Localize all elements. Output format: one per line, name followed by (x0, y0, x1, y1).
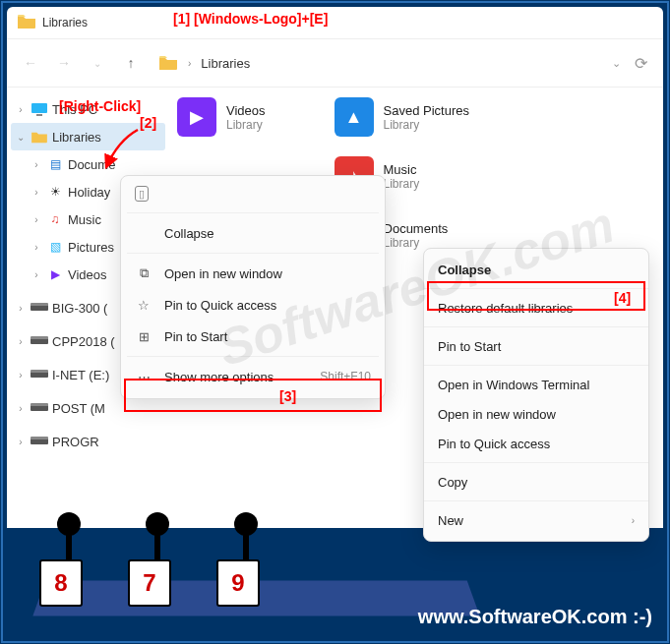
navbar: ← → ⌄ ↑ › Libraries ⌄ ⟳ (7, 39, 663, 87)
tree-icon (30, 399, 48, 417)
library-name: Music (384, 162, 420, 177)
tree-item-libraries[interactable]: ⌄Libraries (11, 123, 165, 150)
tree-label: PROGR (52, 435, 99, 449)
copy-icon[interactable]: ▯ (135, 186, 149, 202)
chevron-icon: › (15, 104, 27, 115)
ctx2-new[interactable]: New› (424, 505, 648, 535)
ctx2-pin-start[interactable]: Pin to Start (424, 331, 648, 361)
chevron-icon: › (15, 403, 27, 414)
svg-rect-0 (31, 103, 47, 113)
svg-rect-11 (30, 437, 48, 439)
tree-item-this-pc[interactable]: ›This PC (11, 95, 165, 123)
chevron-icon: › (30, 159, 42, 170)
address-bar[interactable]: › Libraries (151, 49, 606, 77)
back-button[interactable]: ← (17, 49, 44, 77)
tree-icon: ▧ (46, 238, 64, 256)
folder-icon (158, 55, 178, 71)
chevron-icon: ⌄ (15, 132, 27, 143)
decor-box: 9 (216, 559, 260, 607)
ctx2-collapse[interactable]: Collapse (424, 255, 648, 284)
footer-url: www.SoftwareOK.com :-) (418, 606, 652, 628)
library-item-saved-pictures[interactable]: ▲Saved PicturesLibrary (335, 97, 469, 137)
forward-button[interactable]: → (50, 49, 78, 77)
ctx-label: Pin to Start (164, 329, 227, 344)
ctx-label: Show more options (164, 370, 274, 384)
tree-icon (30, 299, 48, 317)
tree-icon (30, 433, 48, 450)
tree-icon: ▤ (46, 155, 64, 173)
recent-dropdown[interactable]: ⌄ (84, 49, 111, 77)
ctx-label: Open in new window (164, 266, 282, 281)
tree-icon (30, 366, 48, 383)
ctx-pin-start[interactable]: ⊞ Pin to Start (127, 321, 379, 352)
chevron-right-icon: › (632, 515, 635, 526)
decorative-stage: 8 7 9 (39, 508, 424, 616)
chevron-icon: › (30, 269, 42, 280)
chevron-right-icon: › (188, 58, 191, 69)
star-icon: ☆ (135, 298, 152, 313)
chevron-icon: › (15, 437, 27, 447)
library-name: Saved Pictures (384, 103, 469, 118)
decor-box: 8 (39, 559, 83, 607)
tree-label: Pictures (68, 240, 114, 255)
library-icon: ▶ (177, 97, 216, 137)
tree-icon (30, 332, 48, 350)
library-sub: Library (384, 118, 469, 132)
ctx-collapse[interactable]: Collapse (127, 217, 379, 249)
library-icon: ▲ (335, 97, 374, 137)
folder-icon (17, 14, 36, 32)
library-sub: Library (384, 177, 420, 191)
tree-label: This PC (52, 102, 97, 117)
breadcrumb[interactable]: Libraries (201, 56, 250, 71)
svg-rect-1 (36, 114, 42, 116)
svg-rect-9 (30, 403, 48, 406)
chevron-icon: › (30, 187, 42, 198)
context-menu-secondary: Collapse Restore default libraries Pin t… (423, 248, 649, 542)
tree-item-progr[interactable]: ›PROGR (11, 428, 165, 455)
context-menu-primary: ▯ Collapse ⧉ Open in new window ☆ Pin to… (120, 175, 386, 399)
ctx-label: Collapse (164, 226, 214, 241)
up-button[interactable]: ↑ (117, 49, 145, 77)
library-name: Videos (226, 103, 266, 118)
tree-label: I-NET (E:) (52, 368, 109, 382)
ctx2-open-terminal[interactable]: Open in Windows Terminal (424, 370, 648, 399)
ctx2-pin-quick[interactable]: Pin to Quick access (424, 429, 648, 458)
tree-label: Docume (68, 157, 115, 172)
tree-icon: ☀ (46, 183, 64, 201)
ctx2-open-new-window[interactable]: Open in new window (424, 399, 648, 429)
ctx-pin-quick-access[interactable]: ☆ Pin to Quick access (127, 289, 379, 321)
tree-label: CPP2018 ( (52, 334, 115, 349)
svg-rect-7 (30, 370, 48, 373)
chevron-icon: › (15, 303, 27, 314)
tree-label: BIG-300 ( (52, 301, 107, 316)
tree-icon (30, 128, 48, 146)
tree-label: POST (M (52, 401, 105, 416)
open-new-icon: ⧉ (135, 265, 152, 281)
svg-rect-3 (30, 303, 48, 306)
titlebar: Libraries (7, 7, 663, 38)
tree-icon: ♫ (46, 210, 64, 228)
ctx-show-more-options[interactable]: ⋯ Show more options Shift+F10 (127, 361, 379, 392)
more-icon: ⋯ (135, 370, 152, 384)
tree-label: Videos (68, 267, 107, 282)
pin-icon: ⊞ (135, 329, 152, 344)
chevron-icon: › (15, 336, 27, 347)
ctx2-copy[interactable]: Copy (424, 467, 648, 497)
ctx-label: Pin to Quick access (164, 298, 276, 313)
library-item-videos[interactable]: ▶VideosLibrary (177, 97, 266, 137)
refresh-button[interactable]: ⟳ (635, 54, 647, 73)
tree-icon (30, 100, 48, 118)
library-sub: Library (226, 118, 266, 132)
library-name: Documents (384, 221, 449, 236)
shortcut-label: Shift+F10 (320, 370, 371, 383)
decor-box: 7 (128, 559, 171, 607)
chevron-icon: › (15, 370, 27, 381)
svg-rect-5 (30, 336, 48, 339)
ctx2-restore-default[interactable]: Restore default libraries (424, 293, 648, 322)
tree-label: Libraries (52, 130, 101, 145)
tree-item-docume[interactable]: ›▤Docume (11, 150, 165, 178)
chevron-icon: › (30, 214, 42, 225)
ctx-open-new-window[interactable]: ⧉ Open in new window (127, 258, 379, 289)
refresh-dropdown[interactable]: ⌄ (612, 57, 621, 70)
window-title: Libraries (42, 16, 88, 29)
